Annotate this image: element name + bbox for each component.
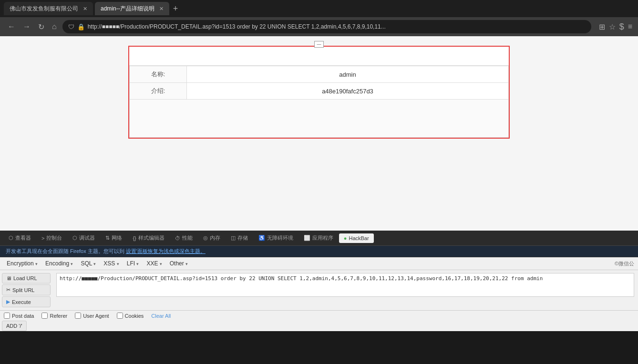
product-header [129, 47, 509, 66]
application-icon: ⬜ [304, 235, 310, 241]
back-button[interactable]: ← [6, 20, 17, 33]
storage-icon: ◫ [231, 235, 236, 241]
post-data-input[interactable] [4, 313, 10, 319]
nav-bar: ← → ↻ ⌂ 🛡 🔒 http://■■■■■/Production/PROD… [0, 17, 638, 36]
field-label-name: 名称: [130, 66, 187, 83]
home-button[interactable]: ⌂ [50, 20, 59, 33]
user-agent-checkbox[interactable]: User Agent [75, 313, 109, 319]
tab-2-close[interactable]: ✕ [159, 6, 164, 12]
field-value-name: admin [187, 66, 509, 83]
menu-sql[interactable]: SQL ▾ [78, 259, 99, 268]
hackbar-checkboxes: Post data Referer User Agent Cookies Cle… [0, 310, 638, 321]
menu-other[interactable]: Other ▾ [167, 259, 191, 268]
devtools-notice-link[interactable]: 设置'面板恢复为浅色或深色主题。 [126, 248, 206, 254]
new-tab-button[interactable]: + [173, 4, 178, 14]
xxe-arrow-icon: ▾ [160, 262, 162, 266]
devtools-tab-bar: ⬡ 查看器 > 控制台 ⬡ 调试器 ⇅ 网络 {} 样式编辑器 ⏱ 性能 ◎ 内… [0, 231, 638, 246]
performance-icon: ⏱ [175, 235, 180, 241]
encoding-arrow-icon: ▾ [71, 262, 73, 266]
referer-checkbox[interactable]: Referer [41, 313, 67, 319]
hackbar: Encryption ▾ Encoding ▾ SQL ▾ XSS ▾ LFI … [0, 257, 638, 331]
devtools-tab-application[interactable]: ⬜ 应用程序 [299, 233, 338, 243]
field-value-intro: a48e190fafc257d3 [187, 83, 509, 100]
load-url-icon: 🖥 [6, 275, 11, 281]
other-arrow-icon: ▾ [185, 262, 188, 266]
console-icon: > [41, 235, 44, 241]
field-label-intro: 介绍: [130, 83, 187, 100]
clear-all-button[interactable]: Clear All [151, 313, 171, 319]
sync-icon[interactable]: ≡ [628, 22, 632, 31]
address-url[interactable]: http://■■■■■/Production/PRODUCT_DETAIL.a… [88, 23, 586, 30]
inspector-icon: ⬡ [9, 235, 13, 241]
devtools-tab-inspector[interactable]: ⬡ 查看器 [4, 233, 36, 243]
network-icon: ⇅ [105, 235, 110, 241]
collapse-button[interactable]: — [314, 41, 324, 48]
encryption-arrow-icon: ▾ [35, 262, 38, 266]
lock-icon: 🔒 [77, 23, 85, 30]
bookmark-icon[interactable]: ☆ [609, 22, 616, 31]
menu-xxe[interactable]: XXE ▾ [144, 259, 165, 268]
tab-2[interactable]: admin--产品详细说明 ✕ [95, 2, 169, 15]
browser-chrome: 佛山市发发鱼制服有限公司 ✕ admin--产品详细说明 ✕ + ← → ↻ ⌂… [0, 0, 638, 36]
devtools-notice: 开发者工具现在会全面跟随 Firefox 主题。您可以到 设置'面板恢复为浅色或… [0, 246, 638, 257]
table-row: 介绍: a48e190fafc257d3 [130, 83, 509, 100]
sql-arrow-icon: ▾ [93, 262, 96, 266]
devtools-tab-hackbar[interactable]: ● HackBar [339, 233, 374, 243]
split-url-icon: ✂ [6, 287, 10, 293]
hackbar-menu: Encryption ▾ Encoding ▾ SQL ▾ XSS ▾ LFI … [0, 257, 638, 270]
devtools-tab-memory[interactable]: ◎ 内存 [198, 233, 225, 243]
page-content: — 名称: admin 介绍: a48e190fafc257d3 [0, 36, 638, 233]
hackbar-url-input[interactable] [56, 273, 634, 297]
profile-icon[interactable]: $ [619, 22, 624, 32]
devtools-tab-debugger[interactable]: ⬡ 调试器 [68, 233, 100, 243]
devtools-tab-performance[interactable]: ⏱ 性能 [170, 233, 197, 243]
product-container: — 名称: admin 介绍: a48e190fafc257d3 [128, 46, 510, 139]
tab-1-close[interactable]: ✕ [83, 6, 87, 12]
style-icon: {} [133, 235, 136, 241]
xss-arrow-icon: ▾ [117, 262, 119, 266]
hackbar-content: 🖥 Load URL ✂ Split URL ▶ Execute [0, 270, 638, 310]
product-table: 名称: admin 介绍: a48e190fafc257d3 [129, 66, 509, 138]
reload-button[interactable]: ↻ [36, 20, 46, 33]
memory-icon: ◎ [203, 235, 208, 241]
referer-input[interactable] [41, 313, 48, 319]
table-row: 名称: admin [130, 66, 509, 83]
tab-bar: 佛山市发发鱼制服有限公司 ✕ admin--产品详细说明 ✕ + [0, 0, 638, 17]
tab-1[interactable]: 佛山市发发鱼制服有限公司 ✕ [4, 2, 93, 15]
add-slash-button[interactable]: ADD '/' [2, 321, 27, 331]
menu-encoding[interactable]: Encoding ▾ [42, 259, 76, 268]
execute-button[interactable]: ▶ Execute [2, 296, 51, 307]
devtools-panel: ⬡ 查看器 > 控制台 ⬡ 调试器 ⇅ 网络 {} 样式编辑器 ⏱ 性能 ◎ 内… [0, 231, 638, 364]
wechat-link[interactable]: ©微信公 [615, 260, 634, 267]
hackbar-buttons-panel: 🖥 Load URL ✂ Split URL ▶ Execute [0, 270, 52, 310]
devtools-tab-network[interactable]: ⇅ 网络 [101, 233, 127, 243]
debugger-icon: ⬡ [72, 235, 77, 241]
forward-button[interactable]: → [21, 20, 32, 33]
menu-encryption[interactable]: Encryption ▾ [4, 259, 41, 268]
user-agent-input[interactable] [75, 313, 81, 319]
load-url-button[interactable]: 🖥 Load URL [2, 273, 51, 283]
table-empty-row [130, 100, 509, 138]
menu-xss[interactable]: XSS ▾ [101, 259, 122, 268]
execute-icon: ▶ [6, 299, 10, 305]
split-url-button[interactable]: ✂ Split URL [2, 284, 51, 295]
extensions-icon[interactable]: ⊞ [599, 22, 605, 31]
tab-1-label: 佛山市发发鱼制服有限公司 [10, 5, 78, 13]
devtools-tab-storage[interactable]: ◫ 存储 [226, 233, 253, 243]
address-bar[interactable]: 🛡 🔒 http://■■■■■/Production/PRODUCT_DETA… [62, 20, 591, 33]
menu-lfi[interactable]: LFI ▾ [124, 259, 142, 268]
post-data-checkbox[interactable]: Post data [4, 313, 34, 319]
cookies-checkbox[interactable]: Cookies [117, 313, 144, 319]
devtools-tab-accessibility[interactable]: ♿ 无障碍环境 [254, 233, 298, 243]
tab-2-label: admin--产品详细说明 [101, 5, 154, 13]
cookies-input[interactable] [117, 313, 123, 319]
shield-icon: 🛡 [68, 23, 74, 30]
devtools-tab-style[interactable]: {} 样式编辑器 [128, 233, 169, 243]
devtools-tab-console[interactable]: > 控制台 [37, 233, 67, 243]
accessibility-icon: ♿ [258, 235, 265, 241]
lfi-arrow-icon: ▾ [136, 262, 139, 266]
hackbar-dot-icon: ● [344, 235, 347, 241]
nav-icons: ⊞ ☆ $ ≡ [599, 22, 632, 32]
hackbar-url-area [52, 270, 638, 310]
